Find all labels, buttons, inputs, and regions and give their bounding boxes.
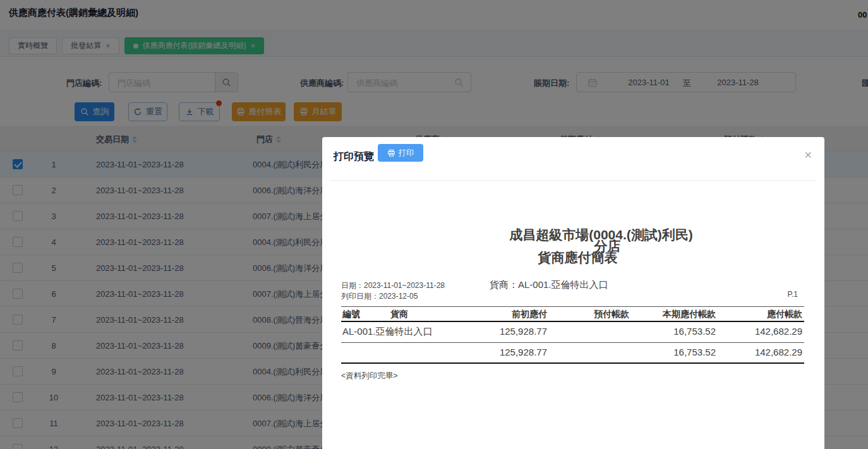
- report-column-header: 預付帳款: [553, 307, 629, 321]
- report-print-date-line: 列印日期：2023-12-05: [341, 291, 418, 302]
- report-data-row: AL-001.亞倫特出入口 125,928.77 16,753.52 142,6…: [341, 321, 804, 343]
- report-date-line: 日期：2023-11-01~2023-11-28: [341, 280, 445, 291]
- report-table: 編號貨商前初應付預付帳款本期應付帳款應付帳款 AL-001.亞倫特出入口 125…: [341, 306, 804, 363]
- report-total-opening: 125,928.77: [449, 347, 547, 357]
- close-icon[interactable]: ×: [804, 148, 812, 161]
- report-total-current: 16,753.52: [621, 347, 716, 357]
- report-total-row: 125,928.77 16,753.52 142,682.29: [341, 343, 804, 364]
- report-row-payable: 142,682.29: [714, 326, 802, 337]
- modal-divider: [330, 180, 817, 181]
- report-column-header: 應付帳款: [714, 307, 802, 321]
- report-title-line2: 貨商應付簡表: [327, 249, 829, 266]
- report-vendor-line: 貨商：AL-001.亞倫特出入口: [490, 279, 608, 291]
- report-total-payable: 142,682.29: [714, 347, 802, 357]
- report-column-header: 前初應付: [449, 307, 547, 321]
- report-bottom-rule: [341, 362, 804, 364]
- modal-title: 打印預覽: [334, 150, 374, 164]
- report-row-opening: 125,928.77: [449, 326, 547, 337]
- report-column-header: 本期應付帳款: [621, 307, 716, 321]
- printer-icon: [387, 149, 395, 157]
- report-row-vendor: AL-001.亞倫特出入口: [342, 326, 433, 338]
- print-button[interactable]: 打印: [378, 144, 423, 162]
- report-column-header: 貨商: [390, 307, 408, 321]
- report-page-number: P.1: [788, 290, 798, 299]
- print-button-label: 打印: [399, 148, 414, 159]
- print-preview-modal: 打印預覽 打印 × 成昌超級市場(0004.(測試)利民) 分店 貨商應付簡表 …: [322, 137, 824, 449]
- report-column-header: 編號: [342, 307, 360, 321]
- app-root: 供應商應付表(購銷彙總及明細) 00 實時概覽 批發結算 × 供應商應付表(購銷…: [0, 0, 868, 449]
- report-end-marker: <資料列印完畢>: [341, 371, 398, 381]
- report-row-current: 16,753.52: [621, 326, 716, 337]
